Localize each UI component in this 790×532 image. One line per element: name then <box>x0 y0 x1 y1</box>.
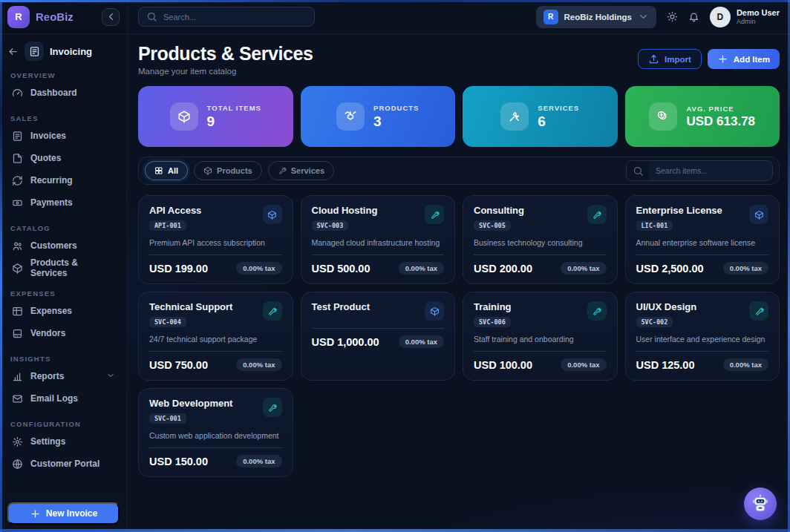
gear-icon <box>12 436 23 447</box>
theme-toggle-button[interactable] <box>667 11 678 22</box>
item-search[interactable] <box>626 160 773 181</box>
item-type-chip <box>263 205 282 224</box>
item-type-chip <box>749 301 768 321</box>
stat-label: TOTAL ITEMS <box>207 104 261 112</box>
item-card-enterprise-license[interactable]: Enterprise License LIC-001 Annual enterp… <box>625 195 780 284</box>
item-code-badge: LIC-001 <box>636 220 673 231</box>
sidebar-item-expenses[interactable]: Expenses <box>6 300 121 322</box>
item-card-test-product[interactable]: Test Product USD 1,000.00 0.00% tax <box>301 292 456 381</box>
new-invoice-button[interactable]: New Invoice <box>7 502 120 525</box>
item-name: Web Development <box>149 398 232 409</box>
chevron-down-icon <box>638 11 649 22</box>
sidebar-item-quotes[interactable]: Quotes <box>6 147 121 169</box>
item-name: UI/UX Design <box>636 301 697 312</box>
quote-icon <box>12 153 23 164</box>
item-tax-badge: 0.00% tax <box>399 262 444 275</box>
sidebar-nav: OVERVIEWDashboardSALESInvoicesQuotesRecu… <box>0 61 127 495</box>
stat-label: AVG. PRICE <box>686 105 755 113</box>
item-divider <box>474 254 607 255</box>
item-price: USD 500.00 <box>312 263 370 275</box>
item-card-technical-support[interactable]: Technical Support SVC-004 24/7 technical… <box>138 292 293 381</box>
item-name: Test Product <box>312 301 370 312</box>
sun-icon <box>667 11 678 22</box>
item-price: USD 150.00 <box>149 456 208 467</box>
item-type-chip <box>425 205 444 224</box>
sidebar-section-title: OVERVIEW <box>10 71 117 79</box>
global-search[interactable] <box>138 7 315 27</box>
import-label: Import <box>665 55 691 64</box>
module-switcher[interactable]: Invoicing <box>6 42 121 61</box>
item-type-chip <box>263 398 282 417</box>
customers-icon <box>12 240 23 252</box>
sidebar-item-label: Payments <box>30 197 73 208</box>
sidebar-item-label: Settings <box>30 436 65 447</box>
sidebar-section-title: CATALOG <box>10 224 117 232</box>
boxes-icon <box>344 110 357 123</box>
company-logo: R <box>543 10 558 24</box>
sidebar-item-payments[interactable]: Payments <box>6 191 121 214</box>
sidebar-item-recurring[interactable]: Recurring <box>6 169 121 191</box>
item-divider <box>312 254 445 255</box>
stat-value: 6 <box>538 114 579 130</box>
sidebar-item-label: Quotes <box>30 153 61 163</box>
table-icon <box>12 306 23 317</box>
item-price: USD 100.00 <box>474 359 532 371</box>
sidebar-item-label: Email Logs <box>30 393 78 404</box>
add-item-button[interactable]: Add Item <box>708 49 780 69</box>
filter-tab-products[interactable]: Products <box>194 161 262 180</box>
notifications-button[interactable] <box>688 11 699 22</box>
global-search-input[interactable] <box>163 13 307 22</box>
filter-tab-services[interactable]: Services <box>268 161 334 180</box>
box-icon <box>754 210 764 220</box>
sidebar: R ReoBiz Invoicing OVERVIEWDashboardSALE… <box>0 0 128 532</box>
chevron-left-icon <box>105 11 117 22</box>
stat-card-total-items: TOTAL ITEMS 9 <box>138 86 293 147</box>
sidebar-item-dashboard[interactable]: Dashboard <box>6 82 121 104</box>
item-code-badge: SVC-005 <box>474 220 511 231</box>
plus-icon <box>30 508 41 519</box>
sidebar-item-email-logs[interactable]: Email Logs <box>6 387 121 410</box>
arrow-left-icon[interactable] <box>7 46 19 57</box>
sidebar-item-reports[interactable]: Reports <box>6 365 121 387</box>
sidebar-item-label: Customers <box>30 240 77 251</box>
sidebar-item-invoices[interactable]: Invoices <box>6 125 121 147</box>
avatar: D <box>710 7 731 27</box>
sidebar-item-customers[interactable]: Customers <box>6 234 121 257</box>
filter-bar: AllProductsServices <box>138 157 780 185</box>
company-selector[interactable]: R ReoBiz Holdings <box>536 6 656 28</box>
import-button[interactable]: Import <box>638 49 702 69</box>
sidebar-item-vendors[interactable]: Vendors <box>6 322 121 344</box>
chatbot-button[interactable] <box>744 487 777 520</box>
item-code-badge: SVC-003 <box>312 220 349 231</box>
items-grid: API Access API-001 Premium API access su… <box>138 195 780 477</box>
sidebar-item-products-and-services[interactable]: Products & Services <box>6 257 121 279</box>
item-name: Technical Support <box>149 301 232 312</box>
sidebar-item-label: Customer Portal <box>30 459 99 469</box>
item-tax-badge: 0.00% tax <box>236 455 281 467</box>
grid-icon <box>154 166 163 175</box>
item-card-api-access[interactable]: API Access API-001 Premium API access su… <box>138 195 293 284</box>
sidebar-item-customer-portal[interactable]: Customer Portal <box>6 453 121 475</box>
item-description: User interface and experience design <box>636 335 769 344</box>
item-card-cloud-hosting[interactable]: Cloud Hosting SVC-003 Managed cloud infr… <box>301 195 456 284</box>
box-icon <box>267 210 277 220</box>
item-card-web-development[interactable]: Web Development SVC-001 Custom web appli… <box>138 388 293 477</box>
item-search-input[interactable] <box>649 161 772 180</box>
sidebar-collapse-button[interactable] <box>102 8 120 26</box>
item-type-chip <box>587 301 607 321</box>
item-card-ui-ux-design[interactable]: UI/UX Design SVC-002 User interface and … <box>625 292 780 381</box>
sidebar-section-title: EXPENSES <box>10 289 117 298</box>
user-menu[interactable]: D Demo User Admin <box>710 7 780 27</box>
filter-tab-all[interactable]: All <box>145 161 188 180</box>
item-price: USD 125.00 <box>636 359 695 371</box>
item-tax-badge: 0.00% tax <box>561 262 606 275</box>
user-role: Admin <box>737 18 780 25</box>
item-tax-badge: 0.00% tax <box>723 358 768 371</box>
item-card-consulting[interactable]: Consulting SVC-005 Business technology c… <box>463 195 618 284</box>
item-divider <box>149 447 282 448</box>
item-card-training[interactable]: Training SVC-006 Staff training and onbo… <box>463 292 618 381</box>
search-icon <box>146 11 157 22</box>
box-icon <box>177 110 191 123</box>
item-tax-badge: 0.00% tax <box>723 262 768 275</box>
sidebar-item-settings[interactable]: Settings <box>6 430 121 453</box>
